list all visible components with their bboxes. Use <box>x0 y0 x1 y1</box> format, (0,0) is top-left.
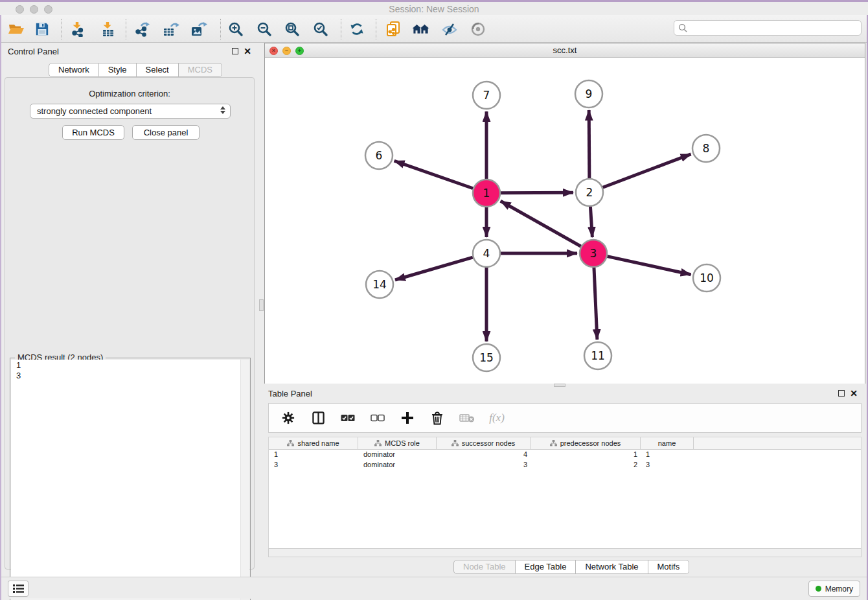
memory-button[interactable]: Memory <box>808 581 860 597</box>
toolbar-separator <box>61 19 62 40</box>
graph-edge-4-14[interactable] <box>395 257 473 280</box>
graph-edge-3-10[interactable] <box>607 257 691 275</box>
column-header-mcds-role[interactable]: MCDS role <box>358 437 437 449</box>
open-file-button[interactable] <box>4 17 29 41</box>
float-panel-icon[interactable] <box>232 48 238 54</box>
column-header-shared-name[interactable]: shared name <box>269 437 358 449</box>
column-header-predecessor-nodes[interactable]: predecessor nodes <box>531 437 641 449</box>
tab-motifs[interactable]: Motifs <box>648 560 690 574</box>
save-session-button[interactable] <box>30 17 54 41</box>
search-icon <box>678 23 687 32</box>
table-row[interactable]: 1 dominator 4 1 1 <box>269 450 861 460</box>
network-canvas[interactable]: 7968124314101511 <box>265 58 865 384</box>
import-table-button[interactable] <box>96 17 120 41</box>
tab-style[interactable]: Style <box>99 63 137 77</box>
mcds-result-groupbox: MCDS result (2 nodes) 1 3 <box>10 358 251 600</box>
graph-edge-2-9[interactable] <box>589 110 589 178</box>
zoom-fit-button[interactable] <box>280 17 304 41</box>
houses-icon <box>411 21 431 37</box>
search-field[interactable] <box>674 20 862 36</box>
graph-node-label: 14 <box>372 278 387 291</box>
gear-icon <box>282 411 295 424</box>
tab-mcds[interactable]: MCDS <box>179 63 222 77</box>
deselect-all-button[interactable] <box>370 410 385 426</box>
toolbar-separator <box>220 19 221 40</box>
export-image-button[interactable] <box>187 17 211 41</box>
export-network-button[interactable] <box>130 17 155 41</box>
node-table: shared name MCDS role successor nodes pr… <box>268 437 862 548</box>
import-network-button[interactable] <box>65 17 90 41</box>
column-selector-button[interactable] <box>310 410 326 426</box>
list-icon <box>13 584 24 594</box>
application-window: Session: New Session <box>0 0 868 600</box>
tab-network[interactable]: Network <box>49 63 99 77</box>
attribute-icon <box>374 440 382 446</box>
zoom-out-button[interactable] <box>252 17 277 41</box>
tab-select[interactable]: Select <box>137 63 179 77</box>
export-table-button[interactable] <box>159 17 183 41</box>
zoom-selected-button[interactable] <box>308 17 333 41</box>
column-header-name[interactable]: name <box>641 437 694 449</box>
delete-table-button[interactable] <box>459 410 475 426</box>
result-scrollbar-track[interactable] <box>240 360 249 599</box>
tab-node-table[interactable]: Node Table <box>453 560 516 574</box>
graph-edge-3-11[interactable] <box>594 268 597 340</box>
cell-predecessor-nodes: 2 <box>531 460 641 470</box>
graph-node-label: 11 <box>591 349 605 362</box>
toolbar-separator <box>341 19 341 40</box>
search-input[interactable] <box>687 23 861 33</box>
graph-edge-2-3[interactable] <box>590 207 592 237</box>
float-panel-icon[interactable] <box>838 390 845 397</box>
delete-column-button[interactable] <box>429 410 445 426</box>
plus-icon <box>401 411 414 424</box>
graph-node-label: 4 <box>483 247 490 260</box>
close-panel-icon[interactable]: ✕ <box>244 48 251 54</box>
task-history-button[interactable] <box>8 581 29 597</box>
save-icon <box>35 22 49 36</box>
divider-grip-icon[interactable] <box>259 299 264 311</box>
mcds-panel: Optimization criterion: strongly connect… <box>5 77 255 570</box>
import-table-icon <box>100 21 116 37</box>
export-image-icon <box>190 21 207 37</box>
graph-node-label: 15 <box>479 351 494 364</box>
graph-node-label: 1 <box>483 187 490 200</box>
export-table-icon <box>163 21 179 37</box>
select-stepper-icon <box>220 106 225 114</box>
graph-edge-2-8[interactable] <box>603 154 691 187</box>
table-header-row: shared name MCDS role successor nodes pr… <box>269 437 861 450</box>
zoom-in-button[interactable] <box>223 17 248 41</box>
function-builder-button[interactable]: f(x) <box>489 410 505 426</box>
cell-name: 3 <box>641 460 694 470</box>
close-panel-icon[interactable]: ✕ <box>850 390 858 397</box>
graph-node-label: 2 <box>586 186 593 199</box>
first-neighbors-button[interactable] <box>409 17 433 41</box>
hide-selected-button[interactable] <box>437 17 462 41</box>
tab-edge-table[interactable]: Edge Table <box>516 560 577 574</box>
show-all-button[interactable] <box>466 17 490 41</box>
table-panel-title: Table Panel <box>268 389 312 398</box>
graph-edge-3-1[interactable] <box>501 201 581 246</box>
network-window-titlebar[interactable]: × − + scc.txt <box>265 43 865 58</box>
import-network-icon <box>70 21 86 37</box>
attribute-icon <box>550 440 557 446</box>
add-column-button[interactable] <box>400 410 415 426</box>
column-header-successor-nodes[interactable]: successor nodes <box>437 437 531 449</box>
tab-network-table[interactable]: Network Table <box>576 560 648 574</box>
table-settings-button[interactable] <box>280 410 296 426</box>
graph-edge-1-2[interactable] <box>501 192 573 193</box>
optimization-criterion-label: Optimization criterion: <box>5 89 254 98</box>
graph-node-label: 10 <box>700 271 714 284</box>
split-divider-vertical[interactable] <box>259 44 264 577</box>
zoom-selected-icon <box>313 21 328 37</box>
optimization-criterion-select[interactable]: strongly connected component <box>30 104 231 119</box>
graph-edge-1-6[interactable] <box>394 161 474 188</box>
table-row[interactable]: 3 dominator 3 2 3 <box>269 460 861 470</box>
clone-network-button[interactable] <box>381 17 405 41</box>
close-panel-button[interactable]: Close panel <box>132 125 200 140</box>
run-mcds-button[interactable]: Run MCDS <box>62 125 124 140</box>
refresh-button[interactable] <box>345 17 369 41</box>
select-all-button[interactable] <box>340 410 356 426</box>
table-hscrollbar-track[interactable] <box>268 548 862 557</box>
network-window-title: scc.txt <box>265 45 865 55</box>
mcds-result-textarea[interactable]: 1 3 <box>11 360 240 599</box>
